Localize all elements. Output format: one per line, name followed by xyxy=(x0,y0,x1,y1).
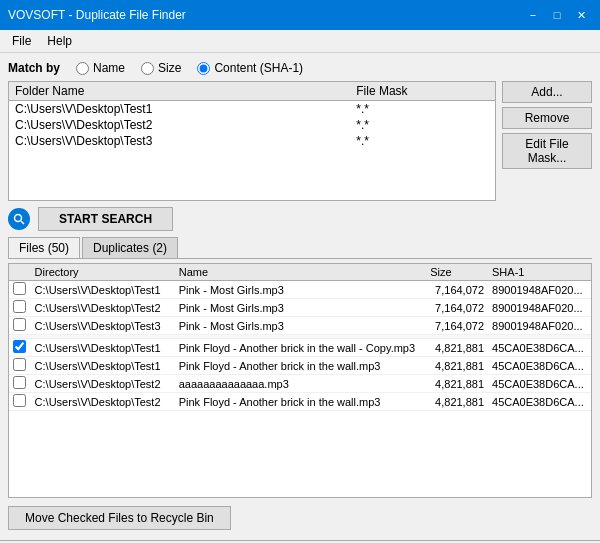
minimize-button[interactable]: − xyxy=(522,6,544,24)
radio-name-input[interactable] xyxy=(76,62,89,75)
folder-mask: *.* xyxy=(350,117,495,133)
row-name: Pink - Most Girls.mp3 xyxy=(175,299,427,317)
name-header: Name xyxy=(175,264,427,281)
match-by-label: Match by xyxy=(8,61,60,75)
row-size: 4,821,881 xyxy=(426,375,488,393)
row-size: 4,821,881 xyxy=(426,339,488,357)
tab-files[interactable]: Files (50) xyxy=(8,237,80,258)
row-size: 7,164,072 xyxy=(426,299,488,317)
row-checkbox[interactable] xyxy=(13,300,26,313)
title-bar: VOVSOFT - Duplicate File Finder − □ ✕ xyxy=(0,0,600,30)
row-checkbox[interactable] xyxy=(13,318,26,331)
row-sha: 45CA0E38D6CA... xyxy=(488,339,591,357)
radio-size-label: Size xyxy=(158,61,181,75)
folder-row[interactable]: C:\Users\V\Desktop\Test2 *.* xyxy=(9,117,495,133)
start-search-button[interactable]: START SEARCH xyxy=(38,207,173,231)
row-name: Pink Floyd - Another brick in the wall.m… xyxy=(175,357,427,375)
row-directory: C:\Users\V\Desktop\Test2 xyxy=(31,299,175,317)
tab-duplicates[interactable]: Duplicates (2) xyxy=(82,237,178,258)
row-checkbox-cell[interactable] xyxy=(9,317,31,335)
row-name: Pink Floyd - Another brick in the wall.m… xyxy=(175,393,427,411)
radio-name[interactable]: Name xyxy=(76,61,125,75)
directory-header: Directory xyxy=(31,264,175,281)
svg-point-0 xyxy=(15,215,22,222)
table-row[interactable]: C:\Users\V\Desktop\Test1 Pink Floyd - An… xyxy=(9,339,591,357)
row-name: Pink - Most Girls.mp3 xyxy=(175,281,427,299)
row-checkbox-cell[interactable] xyxy=(9,393,31,411)
row-size: 4,821,881 xyxy=(426,357,488,375)
radio-size[interactable]: Size xyxy=(141,61,181,75)
row-checkbox[interactable] xyxy=(13,376,26,389)
row-sha: 45CA0E38D6CA... xyxy=(488,357,591,375)
search-icon-button[interactable] xyxy=(8,208,30,230)
size-header: Size xyxy=(426,264,488,281)
row-name: aaaaaaaaaaaaaa.mp3 xyxy=(175,375,427,393)
move-to-recycle-button[interactable]: Move Checked Files to Recycle Bin xyxy=(8,506,231,530)
row-checkbox[interactable] xyxy=(13,394,26,407)
radio-name-label: Name xyxy=(93,61,125,75)
row-directory: C:\Users\V\Desktop\Test2 xyxy=(31,393,175,411)
svg-line-1 xyxy=(21,221,24,224)
table-row[interactable]: C:\Users\V\Desktop\Test1 Pink - Most Gir… xyxy=(9,281,591,299)
window-title: VOVSOFT - Duplicate File Finder xyxy=(8,8,186,22)
row-checkbox-cell[interactable] xyxy=(9,299,31,317)
check-header xyxy=(9,264,31,281)
row-directory: C:\Users\V\Desktop\Test1 xyxy=(31,281,175,299)
results-container[interactable]: Directory Name Size SHA-1 C:\Users\V\Des… xyxy=(8,263,592,498)
search-icon xyxy=(13,213,25,225)
tabs-bar: Files (50) Duplicates (2) xyxy=(8,237,592,259)
row-sha: 45CA0E38D6CA... xyxy=(488,375,591,393)
folders-area: Folder Name File Mask C:\Users\V\Desktop… xyxy=(8,81,592,201)
results-table: Directory Name Size SHA-1 C:\Users\V\Des… xyxy=(9,264,591,411)
row-checkbox[interactable] xyxy=(13,358,26,371)
folder-path: C:\Users\V\Desktop\Test2 xyxy=(9,117,350,133)
add-button[interactable]: Add... xyxy=(502,81,592,103)
radio-content-input[interactable] xyxy=(197,62,210,75)
table-row[interactable]: C:\Users\V\Desktop\Test2 aaaaaaaaaaaaaa.… xyxy=(9,375,591,393)
folders-table: Folder Name File Mask C:\Users\V\Desktop… xyxy=(9,82,495,149)
folder-path: C:\Users\V\Desktop\Test1 xyxy=(9,101,350,118)
folder-buttons: Add... Remove Edit File Mask... xyxy=(502,81,592,201)
row-checkbox[interactable] xyxy=(13,282,26,295)
folder-path: C:\Users\V\Desktop\Test3 xyxy=(9,133,350,149)
row-directory: C:\Users\V\Desktop\Test1 xyxy=(31,339,175,357)
row-checkbox[interactable] xyxy=(13,340,26,353)
move-btn-row: Move Checked Files to Recycle Bin xyxy=(8,502,592,534)
edit-file-mask-button[interactable]: Edit File Mask... xyxy=(502,133,592,169)
maximize-button[interactable]: □ xyxy=(546,6,568,24)
row-checkbox-cell[interactable] xyxy=(9,357,31,375)
main-content: Match by Name Size Content (SHA-1) Folde… xyxy=(0,53,600,540)
close-button[interactable]: ✕ xyxy=(570,6,592,24)
menu-file[interactable]: File xyxy=(6,32,37,50)
remove-button[interactable]: Remove xyxy=(502,107,592,129)
table-row[interactable]: C:\Users\V\Desktop\Test2 Pink Floyd - An… xyxy=(9,393,591,411)
row-size: 7,164,072 xyxy=(426,281,488,299)
radio-content[interactable]: Content (SHA-1) xyxy=(197,61,303,75)
folder-row[interactable]: C:\Users\V\Desktop\Test1 *.* xyxy=(9,101,495,118)
sha-header: SHA-1 xyxy=(488,264,591,281)
row-checkbox-cell[interactable] xyxy=(9,339,31,357)
table-row[interactable]: C:\Users\V\Desktop\Test3 Pink - Most Gir… xyxy=(9,317,591,335)
radio-content-label: Content (SHA-1) xyxy=(214,61,303,75)
folders-table-container: Folder Name File Mask C:\Users\V\Desktop… xyxy=(8,81,496,201)
radio-size-input[interactable] xyxy=(141,62,154,75)
row-checkbox-cell[interactable] xyxy=(9,375,31,393)
row-checkbox-cell[interactable] xyxy=(9,281,31,299)
window-controls: − □ ✕ xyxy=(522,6,592,24)
search-section: START SEARCH xyxy=(8,205,592,233)
folder-name-header: Folder Name xyxy=(9,82,350,101)
folder-row[interactable]: C:\Users\V\Desktop\Test3 *.* xyxy=(9,133,495,149)
row-size: 7,164,072 xyxy=(426,317,488,335)
row-sha: 89001948AF020... xyxy=(488,317,591,335)
menu-bar: File Help xyxy=(0,30,600,53)
row-directory: C:\Users\V\Desktop\Test3 xyxy=(31,317,175,335)
row-sha: 89001948AF020... xyxy=(488,299,591,317)
folder-mask: *.* xyxy=(350,101,495,118)
table-row[interactable]: C:\Users\V\Desktop\Test2 Pink - Most Gir… xyxy=(9,299,591,317)
radio-group: Name Size Content (SHA-1) xyxy=(76,61,303,75)
row-directory: C:\Users\V\Desktop\Test2 xyxy=(31,375,175,393)
table-row[interactable]: C:\Users\V\Desktop\Test1 Pink Floyd - An… xyxy=(9,357,591,375)
menu-help[interactable]: Help xyxy=(41,32,78,50)
row-size: 4,821,881 xyxy=(426,393,488,411)
file-mask-header: File Mask xyxy=(350,82,495,101)
